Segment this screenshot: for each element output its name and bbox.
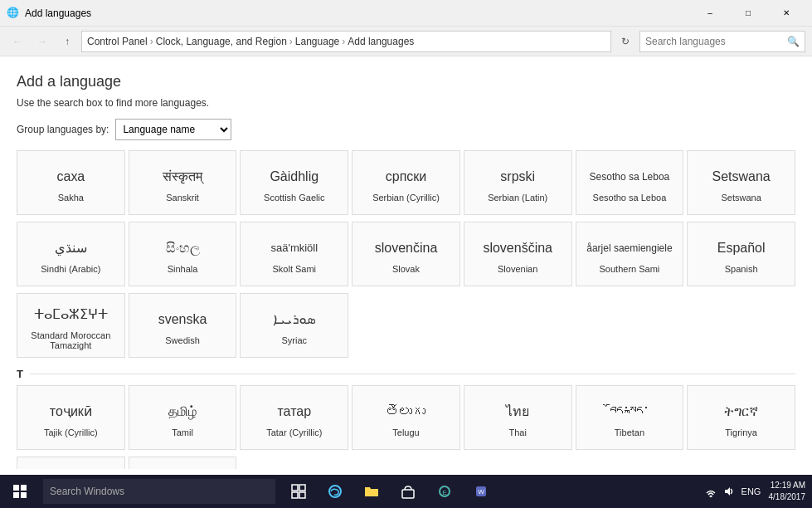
- list-item[interactable]: åarjel saemiengiele Southern Sami: [576, 222, 684, 286]
- folder-icon: [364, 484, 379, 499]
- list-item[interactable]: [129, 457, 237, 469]
- list-item[interactable]: srpski Serbian (Latin): [464, 150, 572, 215]
- list-item[interactable]: svenska Swedish: [129, 293, 237, 358]
- back-button[interactable]: ←: [7, 31, 28, 52]
- edge-icon: [328, 484, 343, 499]
- list-item[interactable]: ትግርኛ Tigrinya: [687, 385, 795, 450]
- list-item[interactable]: slovenčina Slovak: [352, 222, 460, 286]
- svg-rect-1: [21, 485, 27, 491]
- system-tray: ENG 12:19 AM 4/18/2017: [703, 480, 813, 503]
- list-item[interactable]: slovenščina Slovenian: [464, 222, 572, 286]
- up-button[interactable]: ↑: [56, 31, 78, 52]
- task-view-icon: [291, 484, 306, 499]
- edge-browser-button[interactable]: [318, 475, 352, 508]
- lang-grid-s3: ⵜⴰⵎⴰⵣⵉⵖⵜ Standard Moroccan Tamazight sve…: [17, 293, 795, 358]
- refresh-button[interactable]: ↻: [615, 31, 636, 52]
- list-item[interactable]: தமிழ் Tamil: [129, 385, 237, 450]
- group-label: Group languages by:: [17, 124, 109, 135]
- pinned-app-button[interactable]: W: [464, 475, 498, 508]
- taskbar-search-label: Search Windows: [50, 486, 124, 497]
- list-item[interactable]: тоҷикӣ Tajik (Cyrillic): [17, 385, 125, 450]
- lang-grid-t2: [17, 457, 795, 469]
- task-view-button[interactable]: [282, 475, 315, 508]
- tray-icons: ENG: [703, 483, 764, 500]
- list-item[interactable]: Español Spanish: [687, 222, 795, 286]
- svg-rect-2: [13, 492, 19, 498]
- taskbar-search-box[interactable]: Search Windows: [43, 479, 275, 504]
- list-item[interactable]: [17, 457, 125, 469]
- section-header-t: T: [17, 364, 795, 385]
- list-item[interactable]: српски Serbian (Cyrillic): [352, 150, 460, 215]
- svg-rect-7: [299, 492, 305, 498]
- breadcrumb-item-addlang[interactable]: Add languages: [348, 36, 414, 47]
- svg-rect-5: [299, 485, 305, 491]
- page-title: Add a language: [17, 73, 795, 90]
- list-item[interactable]: ไทย Thai: [464, 385, 572, 450]
- main-content: Add a language Use the search box to fin…: [0, 56, 812, 475]
- list-item[interactable]: سنڌي Sindhi (Arabic): [17, 222, 125, 286]
- list-item[interactable]: संस्कृतम् Sanskrit: [129, 150, 237, 215]
- list-item[interactable]: Sesotho sa Leboa Sesotho sa Leboa: [576, 150, 684, 215]
- page-subtitle: Use the search box to find more language…: [17, 97, 795, 109]
- list-item[interactable]: Setswana Setswana: [687, 150, 795, 215]
- taskbar-icons: E W: [282, 475, 498, 508]
- lang-grid-s1: саха Sakha संस्कृतम् Sanskrit Gàidhlig S…: [17, 150, 795, 215]
- store-button[interactable]: [391, 475, 425, 508]
- window-title: Add languages: [25, 7, 691, 19]
- window-icon: 🌐: [7, 7, 20, 20]
- language-icon[interactable]: ENG: [739, 483, 764, 500]
- title-bar: 🌐 Add languages – □ ✕: [0, 0, 812, 27]
- language-scroll-area[interactable]: саха Sakha संस्कृतम् Sanskrit Gàidhlig S…: [17, 150, 795, 469]
- network-icon[interactable]: [703, 483, 719, 500]
- lang-grid-s2: سنڌي Sindhi (Arabic) සිංහල Sinhala saä'm…: [17, 222, 795, 286]
- breadcrumb-item-controlpanel[interactable]: Control Panel: [87, 36, 148, 47]
- list-item[interactable]: татар Tatar (Cyrillic): [240, 385, 348, 450]
- search-bar: 🔍: [639, 31, 805, 52]
- svg-text:W: W: [478, 488, 484, 496]
- volume-icon[interactable]: [721, 483, 737, 500]
- list-item[interactable]: ⵜⴰⵎⴰⵣⵉⵖⵜ Standard Moroccan Tamazight: [17, 293, 125, 358]
- address-bar: ← → ↑ Control Panel › Clock, Language, a…: [0, 27, 812, 56]
- group-bar: Group languages by: Language name Langua…: [17, 119, 795, 140]
- window-controls: – □ ✕: [691, 0, 805, 27]
- svg-text:E: E: [442, 489, 446, 496]
- breadcrumb-item-language[interactable]: Language: [295, 36, 339, 47]
- svg-rect-0: [13, 485, 19, 491]
- minimize-button[interactable]: –: [691, 0, 729, 27]
- svg-rect-9: [402, 490, 414, 498]
- pinned-icon: W: [474, 484, 489, 499]
- list-item[interactable]: саха Sakha: [17, 150, 125, 215]
- forward-button[interactable]: →: [32, 31, 53, 52]
- list-item[interactable]: saä'mkiöll Skolt Sami: [240, 222, 348, 286]
- list-item[interactable]: Gàidhlig Scottish Gaelic: [240, 150, 348, 215]
- svg-point-14: [709, 496, 712, 498]
- search-input[interactable]: [645, 36, 787, 47]
- app-icon: E: [437, 484, 452, 499]
- lang-grid-t1: тоҷикӣ Tajik (Cyrillic) தமிழ் Tamil тата…: [17, 385, 795, 450]
- list-item[interactable]: සිංහල Sinhala: [129, 222, 237, 286]
- taskbar: Search Windows: [0, 475, 812, 508]
- system-clock[interactable]: 12:19 AM 4/18/2017: [769, 480, 806, 503]
- maximize-button[interactable]: □: [729, 0, 767, 27]
- file-explorer-button[interactable]: [355, 475, 388, 508]
- close-button[interactable]: ✕: [767, 0, 805, 27]
- start-button[interactable]: [0, 475, 40, 508]
- svg-rect-4: [292, 485, 298, 491]
- list-item[interactable]: ܣܘܪܝܝܐ Syriac: [240, 293, 348, 358]
- list-item[interactable]: བོད་སྐད་ Tibetan: [576, 385, 684, 450]
- breadcrumb: Control Panel › Clock, Language, and Reg…: [81, 31, 611, 52]
- search-icon[interactable]: 🔍: [787, 36, 800, 47]
- breadcrumb-item-clock[interactable]: Clock, Language, and Region: [156, 36, 287, 47]
- svg-rect-3: [21, 492, 27, 498]
- app-button[interactable]: E: [428, 475, 461, 508]
- svg-rect-6: [292, 492, 298, 498]
- store-icon: [401, 484, 416, 499]
- group-select[interactable]: Language name Language script Region: [115, 119, 231, 140]
- list-item[interactable]: తెలుగు Telugu: [352, 385, 460, 450]
- windows-logo-icon: [13, 485, 27, 498]
